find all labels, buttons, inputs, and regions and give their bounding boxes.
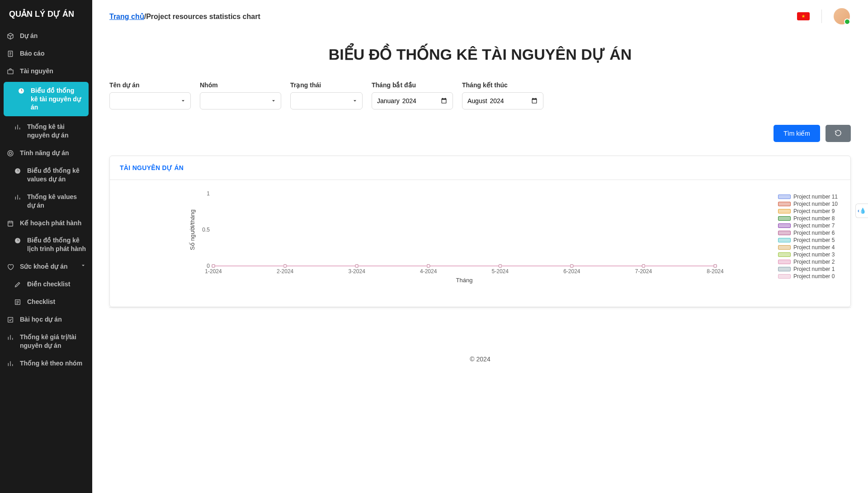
sidebar-item-label: Thống kê theo nhóm [20,359,82,368]
legend-item[interactable]: Project number 7 [778,223,838,229]
svg-point-111 [284,265,287,267]
svg-text:0.5: 0.5 [202,227,210,233]
legend-swatch [778,260,791,264]
legend-label: Project number 5 [793,237,835,243]
filter-bar: Tên dự án Nhóm Trạng thái Tháng bắt đầu … [92,81,868,109]
page-title: BIỂU ĐỒ THỐNG KÊ TÀI NGUYÊN DỰ ÁN [92,45,868,63]
list-icon [14,299,22,306]
sidebar-item-11[interactable]: Điền checklist [0,275,92,293]
bar-icon [14,123,22,131]
sidebar-nav: Dự ánBáo cáoTài nguyênBiểu đồ thống kê t… [0,27,92,372]
clock-icon [14,237,22,244]
sidebar-item-14[interactable]: Thống kê giá trị/tài nguyên dự án [0,328,92,355]
legend-item[interactable]: Project number 6 [778,230,838,236]
action-buttons: Tìm kiếm [92,109,868,142]
sidebar-item-4[interactable]: Thống kê tài nguyên dự án [0,118,92,144]
sidebar-item-5[interactable]: Tính năng dự án [0,144,92,162]
brand: QUẢN LÝ DỰ ÁN [0,0,92,27]
svg-point-112 [355,265,358,267]
legend-swatch [778,223,791,228]
end-month-input[interactable] [462,92,543,109]
sidebar-item-label: Tài nguyên [20,67,53,76]
legend-label: Project number 1 [793,266,835,272]
legend-label: Project number 4 [793,244,835,251]
svg-point-3 [8,151,13,156]
clock-icon [17,87,25,95]
svg-point-115 [571,265,573,267]
user-avatar[interactable] [834,8,850,24]
legend-label: Project number 8 [793,215,835,222]
legend-swatch [778,209,791,213]
briefcase-icon [6,68,14,75]
legend-item[interactable]: Project number 2 [778,259,838,265]
sidebar-item-label: Biểu đồ thống kê values dự án [27,166,86,184]
sidebar-item-label: Sức khoẻ dự án [20,262,68,271]
bar-icon [6,334,14,341]
sidebar-item-2[interactable]: Tài nguyên [0,62,92,80]
legend-item[interactable]: Project number 8 [778,215,838,222]
sidebar-item-3[interactable]: Biểu đồ thống kê tài nguyên dự án [4,82,89,117]
chart-plot: 00.511-20242-20243-20244-20245-20246-202… [120,189,840,284]
legend-item[interactable]: Project number 0 [778,273,838,280]
check-icon [6,316,14,323]
side-tab[interactable]: ‹💧 [855,204,868,218]
legend-label: Project number 0 [793,273,835,280]
legend-item[interactable]: Project number 11 [778,194,838,200]
chevron-down-icon [80,262,86,270]
heart-icon [6,263,14,270]
svg-text:1-2024: 1-2024 [205,268,222,275]
sidebar-item-9[interactable]: Biểu đồ thống kê lịch trình phát hành [0,232,92,258]
svg-text:Số người/tháng: Số người/tháng [189,209,196,250]
legend-item[interactable]: Project number 4 [778,244,838,251]
sidebar-item-1[interactable]: Báo cáo [0,45,92,62]
project-select[interactable] [109,92,191,109]
legend-label: Project number 11 [793,194,838,200]
sidebar-item-12[interactable]: Checklist [0,293,92,311]
svg-point-116 [642,265,645,267]
svg-point-114 [499,265,501,267]
breadcrumb-home[interactable]: Trang chủ [109,13,144,20]
topbar-divider [821,9,822,23]
status-select[interactable] [290,92,363,109]
sidebar-item-label: Checklist [27,298,55,306]
group-select[interactable] [200,92,281,109]
sidebar-item-10[interactable]: Sức khoẻ dự án [0,258,92,275]
sidebar: QUẢN LÝ DỰ ÁN Dự ánBáo cáoTài nguyênBiểu… [0,0,92,493]
legend-item[interactable]: Project number 9 [778,208,838,214]
sidebar-item-0[interactable]: Dự án [0,27,92,45]
legend-item[interactable]: Project number 1 [778,266,838,272]
legend-swatch [778,216,791,221]
pencil-icon [14,281,22,288]
svg-text:3-2024: 3-2024 [348,268,365,275]
sidebar-item-6[interactable]: Biểu đồ thống kê values dự án [0,162,92,188]
sidebar-item-label: Biểu đồ thống kê tài nguyên dự án [31,86,82,112]
svg-point-117 [714,265,717,267]
sidebar-item-15[interactable]: Thống kê theo nhóm [0,355,92,372]
reset-button[interactable] [826,125,851,142]
sidebar-item-label: Kế hoạch phát hành [20,219,81,228]
svg-point-110 [212,265,215,267]
svg-text:2-2024: 2-2024 [277,268,294,275]
legend-item[interactable]: Project number 3 [778,251,838,258]
chart-legend: Project number 11Project number 10Projec… [778,194,838,280]
target-icon [6,150,14,157]
chart-header: TÀI NGUYÊN DỰ ÁN [110,156,850,180]
legend-swatch [778,231,791,235]
footer: © 2024 [92,356,868,363]
sidebar-item-7[interactable]: Thống kê values dự án [0,188,92,214]
language-flag-vn[interactable] [797,12,810,20]
search-button[interactable]: Tìm kiếm [774,125,820,142]
legend-item[interactable]: Project number 10 [778,201,838,207]
svg-rect-6 [8,221,13,226]
legend-item[interactable]: Project number 5 [778,237,838,243]
svg-text:Tháng: Tháng [456,277,473,284]
svg-text:5-2024: 5-2024 [492,268,509,275]
legend-swatch [778,238,791,242]
main-content: Trang chủ/Project resources statistics c… [92,0,868,493]
bar-icon [6,360,14,367]
legend-label: Project number 2 [793,259,835,265]
sidebar-item-13[interactable]: Bài học dự án [0,311,92,328]
start-month-input[interactable] [372,92,453,109]
legend-swatch [778,267,791,271]
sidebar-item-8[interactable]: Kế hoạch phát hành [0,214,92,232]
